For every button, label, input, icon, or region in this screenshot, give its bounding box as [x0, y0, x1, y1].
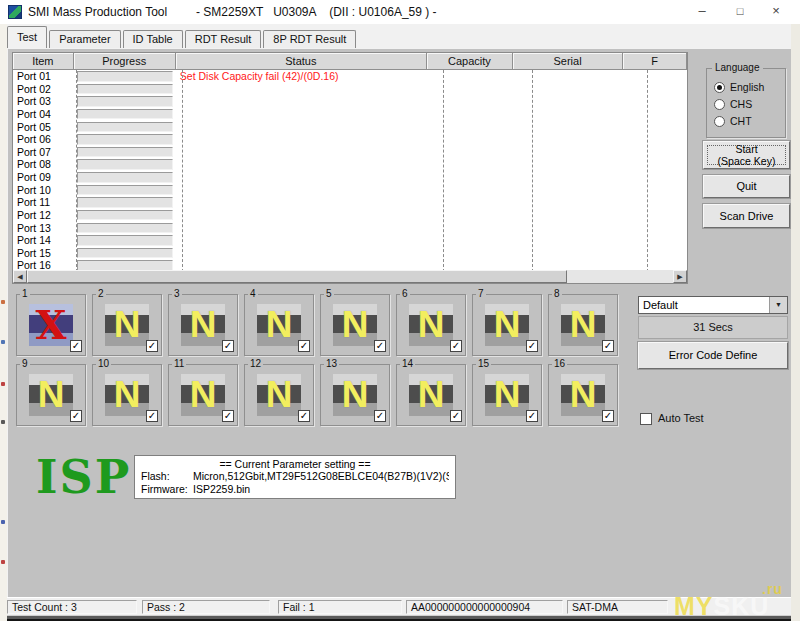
status-bar: Test Count : 3Pass : 2Fail : 1AA00000000… — [4, 597, 791, 616]
column-header-serial[interactable]: Serial — [513, 53, 624, 70]
cell-status — [176, 133, 427, 146]
radio-icon[interactable] — [714, 99, 725, 110]
port-checkbox[interactable]: ✓ — [298, 410, 310, 422]
cell-item: Port 11 — [13, 196, 74, 209]
scroll-thumb[interactable] — [27, 270, 567, 283]
scan-drive-button[interactable]: Scan Drive — [703, 204, 790, 228]
table-row[interactable]: Port 12 — [13, 209, 687, 222]
cell-capacity — [427, 247, 513, 260]
column-header-item[interactable]: Item — [13, 53, 74, 70]
port-status-box-12: 12N✓ — [244, 364, 314, 426]
edge-speck — [1, 340, 5, 344]
port-checkbox[interactable]: ✓ — [298, 340, 310, 352]
port-status-box-16: 16N✓ — [548, 364, 618, 426]
cell-item: Port 03 — [13, 95, 74, 108]
port-checkbox[interactable]: ✓ — [222, 410, 234, 422]
table-row[interactable]: Port 03 — [13, 95, 687, 108]
chevron-down-icon[interactable]: ▼ — [769, 297, 787, 313]
port-status-box-3: 3N✓ — [168, 294, 238, 356]
column-header-f[interactable]: F — [623, 53, 687, 70]
cell-item: Port 08 — [13, 158, 74, 171]
port-letter: N — [257, 374, 301, 416]
port-checkbox[interactable]: ✓ — [222, 340, 234, 352]
table-row[interactable]: Port 07 — [13, 146, 687, 159]
port-checkbox[interactable]: ✓ — [526, 410, 538, 422]
column-header-progress[interactable]: Progress — [74, 53, 176, 70]
maximize-button[interactable]: □ — [724, 0, 756, 24]
port-checkbox[interactable]: ✓ — [70, 340, 82, 352]
table-row[interactable]: Port 01Set Disk Capacity fail (42)/(0D.1… — [13, 70, 687, 83]
cell-serial — [513, 234, 624, 247]
column-header-status[interactable]: Status — [176, 53, 427, 70]
cell-status — [176, 146, 427, 159]
language-option-english[interactable]: English — [714, 81, 764, 93]
port-checkbox[interactable]: ✓ — [602, 340, 614, 352]
port-letter: N — [257, 304, 301, 346]
parameter-setting-box: == Current Parameter setting == Flash:Mi… — [134, 455, 456, 499]
progress-bar — [77, 109, 173, 120]
port-checkbox[interactable]: ✓ — [374, 340, 386, 352]
edge-speck — [1, 560, 5, 564]
quit-button[interactable]: Quit — [703, 175, 790, 198]
cell-f — [623, 83, 687, 96]
tab-test[interactable]: Test — [7, 26, 47, 48]
port-checkbox[interactable]: ✓ — [602, 410, 614, 422]
cell-status — [176, 222, 427, 235]
port-table: ItemProgressStatusCapacitySerialF Port 0… — [12, 52, 688, 284]
preset-combobox[interactable]: Default ▼ — [638, 296, 788, 314]
port-number-label: 10 — [96, 358, 111, 369]
table-row[interactable]: Port 10 — [13, 184, 687, 197]
close-button[interactable]: × — [760, 0, 792, 24]
table-row[interactable]: Port 15 — [13, 247, 687, 260]
port-checkbox[interactable]: ✓ — [450, 340, 462, 352]
port-fail-icon: X — [29, 304, 73, 346]
statusbar-cell: AA000000000000000904 — [406, 600, 563, 614]
language-option-chs[interactable]: CHS — [714, 98, 752, 110]
table-row[interactable]: Port 14 — [13, 234, 687, 247]
language-option-cht[interactable]: CHT — [714, 115, 752, 127]
port-status-box-10: 10N✓ — [92, 364, 162, 426]
tab-8p-rdt-result[interactable]: 8P RDT Result — [263, 30, 356, 48]
port-checkbox[interactable]: ✓ — [70, 410, 82, 422]
table-h-scrollbar[interactable]: ◀ ▶ — [13, 270, 687, 283]
table-row[interactable]: Port 06 — [13, 133, 687, 146]
radio-icon[interactable] — [714, 82, 725, 93]
port-checkbox[interactable]: ✓ — [450, 410, 462, 422]
cell-status — [176, 108, 427, 121]
start-button[interactable]: Start (Space Key) — [703, 141, 790, 169]
port-number-label: 7 — [476, 288, 486, 299]
auto-test-checkbox[interactable] — [640, 413, 652, 425]
scroll-track[interactable] — [567, 270, 673, 283]
cell-serial — [513, 209, 624, 222]
table-row[interactable]: Port 04 — [13, 108, 687, 121]
port-checkbox[interactable]: ✓ — [146, 340, 158, 352]
port-status-box-4: 4N✓ — [244, 294, 314, 356]
scroll-right-button[interactable]: ▶ — [673, 270, 687, 283]
error-code-define-button[interactable]: Error Code Define — [638, 342, 788, 369]
minimize-button[interactable]: – — [686, 0, 718, 24]
radio-label: CHS — [730, 98, 752, 110]
port-letter: N — [409, 304, 453, 346]
port-checkbox[interactable]: ✓ — [146, 410, 158, 422]
tab-id-table[interactable]: ID Table — [123, 30, 183, 48]
tab-parameter[interactable]: Parameter — [49, 30, 120, 48]
port-status-box-6: 6N✓ — [396, 294, 466, 356]
table-row[interactable]: Port 11 — [13, 196, 687, 209]
cell-serial — [513, 184, 624, 197]
auto-test-label: Auto Test — [658, 412, 704, 424]
progress-bar — [77, 223, 173, 234]
progress-bar — [77, 147, 173, 158]
scroll-left-button[interactable]: ◀ — [13, 270, 27, 283]
language-groupbox: Language EnglishCHSCHT — [706, 68, 786, 138]
tab-rdt-result[interactable]: RDT Result — [185, 30, 262, 48]
port-checkbox[interactable]: ✓ — [526, 340, 538, 352]
radio-icon[interactable] — [714, 116, 725, 127]
port-letter: N — [181, 374, 225, 416]
table-row[interactable]: Port 08 — [13, 158, 687, 171]
column-header-capacity[interactable]: Capacity — [427, 53, 513, 70]
table-row[interactable]: Port 05 — [13, 121, 687, 134]
table-row[interactable]: Port 13 — [13, 222, 687, 235]
table-row[interactable]: Port 02 — [13, 83, 687, 96]
port-checkbox[interactable]: ✓ — [374, 410, 386, 422]
table-row[interactable]: Port 09 — [13, 171, 687, 184]
